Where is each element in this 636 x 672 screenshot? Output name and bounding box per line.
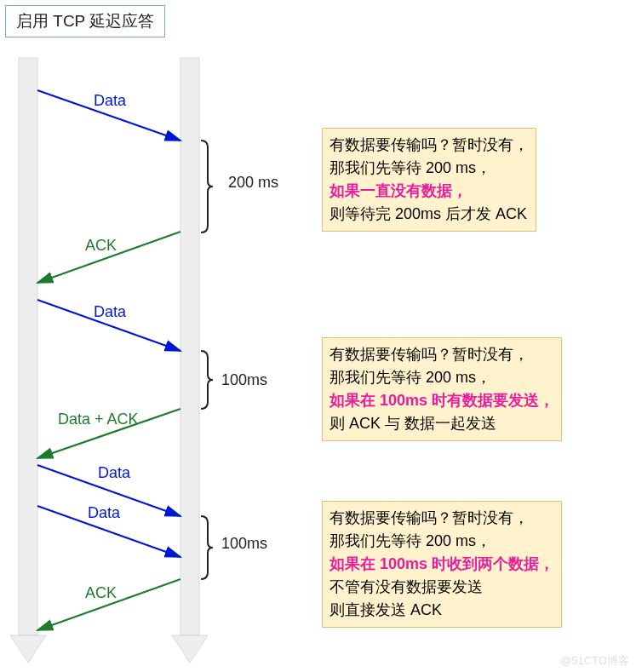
bracket-100ms-b — [201, 516, 213, 579]
note-1-line-3: 如果一直没有数据， — [329, 180, 529, 203]
watermark: @51CTO博客 — [560, 653, 629, 669]
time-label-3: 100ms — [221, 535, 267, 553]
note-box-1: 有数据要传输吗？暂时没有， 那我们先等待 200 ms， 如果一直没有数据， 则… — [322, 128, 536, 232]
lifeline-left — [10, 58, 46, 663]
note-1-line-2: 那我们先等待 200 ms， — [329, 157, 529, 180]
lifeline-right — [172, 58, 208, 663]
label-ack-1: ACK — [85, 237, 117, 255]
svg-rect-2 — [180, 58, 199, 635]
svg-marker-1 — [10, 635, 46, 663]
bracket-200ms — [201, 141, 213, 233]
note-3-line-3: 如果在 100ms 时收到两个数据， — [329, 553, 554, 576]
time-label-2: 100ms — [221, 371, 267, 389]
note-box-3: 有数据要传输吗？暂时没有， 那我们先等待 200 ms， 如果在 100ms 时… — [322, 501, 562, 628]
note-3-line-1: 有数据要传输吗？暂时没有， — [329, 507, 554, 530]
note-3-line-2: 那我们先等待 200 ms， — [329, 530, 554, 553]
note-2-line-4: 则 ACK 与 数据一起发送 — [329, 412, 554, 435]
note-box-2: 有数据要传输吗？暂时没有， 那我们先等待 200 ms， 如果在 100ms 时… — [322, 337, 562, 441]
bracket-100ms-a — [201, 351, 213, 409]
note-3-line-5: 则直接发送 ACK — [329, 599, 554, 622]
svg-marker-3 — [172, 635, 208, 663]
label-data-4: Data — [88, 504, 120, 522]
svg-rect-0 — [19, 58, 37, 635]
note-1-line-1: 有数据要传输吗？暂时没有， — [329, 134, 529, 157]
label-data-1: Data — [94, 92, 126, 110]
label-data-3: Data — [98, 464, 130, 482]
label-data-ack: Data + ACK — [58, 411, 139, 428]
note-3-line-4: 不管有没有数据要发送 — [329, 576, 554, 599]
label-data-2: Data — [94, 303, 126, 321]
time-label-1: 200 ms — [228, 174, 278, 192]
note-2-line-2: 那我们先等待 200 ms， — [329, 366, 554, 389]
note-2-line-3: 如果在 100ms 时有数据要发送， — [329, 389, 554, 412]
note-1-line-4: 则等待完 200ms 后才发 ACK — [329, 203, 529, 226]
note-2-line-1: 有数据要传输吗？暂时没有， — [329, 343, 554, 366]
label-ack-2: ACK — [85, 584, 117, 602]
